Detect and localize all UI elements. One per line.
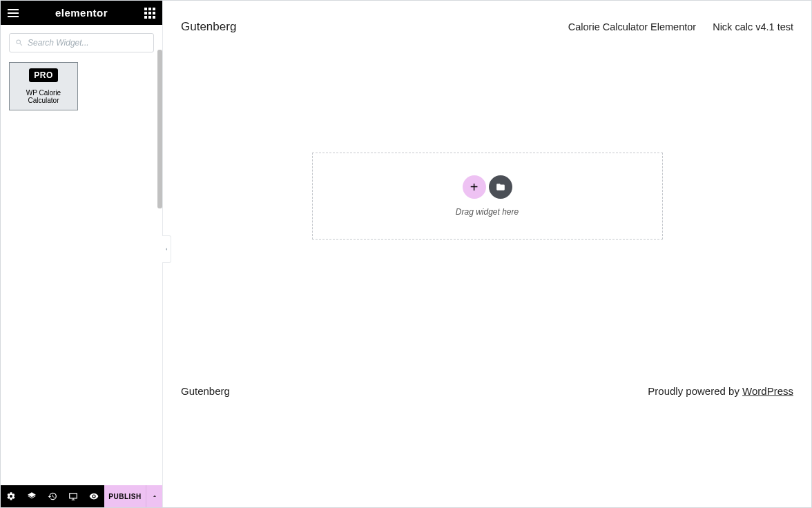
footer-wordpress-link[interactable]: WordPress xyxy=(742,385,793,397)
footer-powered-text: Proudly powered by xyxy=(648,385,742,397)
site-title[interactable]: Gutenberg xyxy=(181,20,236,34)
widget-wp-calorie-calculator[interactable]: PRO WP Calorie Calculator xyxy=(9,62,78,110)
sidebar-header: elementor xyxy=(1,1,162,25)
publish-button[interactable]: PUBLISH xyxy=(104,485,146,507)
search-widget-field[interactable] xyxy=(9,33,154,52)
chevron-up-icon xyxy=(151,493,158,500)
folder-icon xyxy=(496,182,505,192)
search-icon xyxy=(15,39,23,47)
layers-icon xyxy=(27,491,37,501)
add-section-button[interactable]: + xyxy=(463,175,486,199)
publish-options-button[interactable] xyxy=(146,485,162,507)
editor-canvas: Gutenberg Calorie Calculator Elementor N… xyxy=(163,1,811,507)
widgets-grid-icon[interactable] xyxy=(144,8,155,19)
site-footer: Gutenberg Proudly powered by WordPress xyxy=(163,375,811,507)
sidebar-scrollbar[interactable] xyxy=(157,50,162,208)
history-icon xyxy=(48,491,57,501)
widget-label: WP Calorie Calculator xyxy=(10,89,77,104)
collapse-sidebar-button[interactable] xyxy=(162,235,171,263)
pro-badge: PRO xyxy=(29,68,58,82)
settings-button[interactable] xyxy=(1,485,21,507)
responsive-icon xyxy=(68,491,78,501)
gear-icon xyxy=(6,491,16,501)
menu-icon[interactable] xyxy=(8,9,19,17)
nav-link-calorie-calculator[interactable]: Calorie Calculator Elementor xyxy=(568,21,696,32)
elementor-sidebar: elementor PRO WP Calorie Calculator xyxy=(1,1,163,507)
primary-nav: Calorie Calculator Elementor Nick calc v… xyxy=(568,21,793,32)
history-button[interactable] xyxy=(42,485,63,507)
publish-label: PUBLISH xyxy=(108,493,141,500)
navigator-button[interactable] xyxy=(21,485,42,507)
add-template-button[interactable] xyxy=(489,175,512,199)
chevron-left-icon xyxy=(164,246,169,252)
brand-logo: elementor xyxy=(55,7,108,19)
site-header: Gutenberg Calorie Calculator Elementor N… xyxy=(163,1,811,42)
sidebar-footer: PUBLISH xyxy=(1,485,162,507)
responsive-button[interactable] xyxy=(63,485,84,507)
canvas-body: + Drag widget here xyxy=(163,42,811,375)
plus-icon: + xyxy=(470,179,478,195)
preview-button[interactable] xyxy=(84,485,104,507)
footer-site-title[interactable]: Gutenberg xyxy=(181,385,230,397)
app-root: elementor PRO WP Calorie Calculator xyxy=(0,0,812,508)
add-section-dropzone[interactable]: + Drag widget here xyxy=(312,153,663,240)
eye-icon xyxy=(89,491,99,501)
nav-link-nick-calc[interactable]: Nick calc v4.1 test xyxy=(713,21,793,32)
sidebar-body: PRO WP Calorie Calculator xyxy=(1,25,162,485)
footer-credit: Proudly powered by WordPress xyxy=(648,385,793,397)
dropzone-buttons: + xyxy=(463,175,512,199)
dropzone-hint: Drag widget here xyxy=(456,207,519,217)
search-input[interactable] xyxy=(28,38,148,48)
